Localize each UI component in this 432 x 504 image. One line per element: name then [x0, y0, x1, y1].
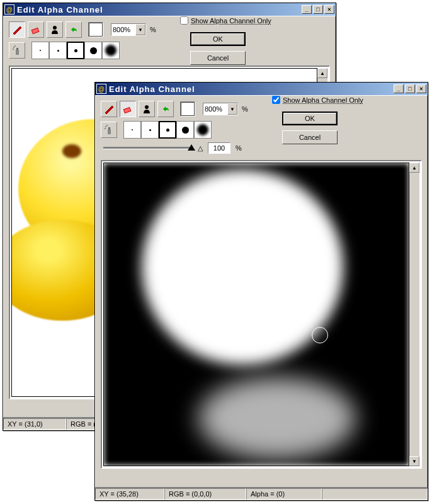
svg-rect-7	[123, 107, 130, 113]
eraser-tool[interactable]	[120, 101, 136, 117]
person-icon	[49, 24, 60, 35]
status-alpha: Alpha = (0)	[246, 488, 322, 500]
brush-size-3[interactable]	[67, 42, 84, 59]
svg-point-6	[13, 49, 13, 49]
brush-size-2[interactable]	[49, 42, 67, 59]
color-swatch-white[interactable]	[180, 101, 195, 117]
close-button[interactable]: ×	[324, 5, 334, 14]
zoom-input[interactable]	[203, 105, 227, 113]
svg-point-12	[106, 125, 107, 125]
brush-size-4[interactable]	[84, 42, 102, 59]
dialog-edit-alpha-front: @ Edit Alpha Channel _ □ ×	[94, 82, 428, 501]
show-alpha-checkbox[interactable]	[180, 16, 188, 25]
brush-cursor-icon	[312, 327, 328, 343]
undo-icon	[68, 24, 79, 35]
dropdown-button[interactable]: ▼	[227, 103, 237, 115]
brush-size-5[interactable]	[194, 121, 212, 139]
brush-size-row	[101, 121, 248, 139]
svg-rect-3	[16, 48, 18, 50]
fill-tool[interactable]	[47, 21, 63, 38]
spray-icon	[11, 45, 23, 56]
vertical-scrollbar[interactable]: ▲ ▼	[409, 163, 419, 466]
minimize-button[interactable]: _	[394, 84, 404, 93]
brush-tool[interactable]	[101, 101, 117, 117]
eraser-icon	[122, 103, 134, 115]
maximize-button[interactable]: □	[313, 5, 323, 14]
spray-tool[interactable]	[101, 122, 117, 138]
app-icon: @	[96, 84, 106, 94]
ok-button[interactable]: OK	[282, 112, 338, 125]
eraser-tool[interactable]	[28, 21, 44, 38]
tool-row: ▼ %	[101, 101, 248, 117]
brush-size-3[interactable]	[159, 121, 176, 139]
spray-tool[interactable]	[9, 42, 25, 59]
svg-point-8	[145, 105, 149, 109]
show-alpha-checkbox-row: Show Alpha Channel Only	[180, 16, 271, 25]
status-xy: XY = (31,0)	[3, 418, 66, 430]
color-swatch-white[interactable]	[88, 22, 103, 37]
undo-tool[interactable]	[157, 101, 174, 117]
show-alpha-checkbox[interactable]	[272, 96, 280, 104]
window-title: Edit Alpha Channel	[17, 5, 302, 14]
svg-point-4	[13, 47, 14, 47]
scroll-up-button[interactable]: ▲	[317, 68, 327, 78]
svg-point-11	[105, 126, 106, 127]
svg-point-1	[53, 26, 57, 30]
status-extra	[322, 488, 428, 500]
canvas-viewport[interactable]: ▲ ▼	[101, 160, 422, 469]
brush-icon	[103, 103, 115, 115]
titlebar[interactable]: @ Edit Alpha Channel _ □ ×	[3, 3, 336, 16]
tool-row: ▼ %	[9, 21, 156, 38]
eraser-icon	[30, 24, 42, 35]
opacity-unit: %	[236, 144, 242, 152]
dropdown-button[interactable]: ▼	[135, 24, 145, 35]
triangle-icon: △	[198, 144, 203, 152]
opacity-slider[interactable]	[103, 147, 191, 149]
svg-rect-0	[31, 28, 38, 33]
svg-rect-10	[108, 127, 110, 129]
app-icon: @	[4, 4, 14, 14]
zoom-dropdown[interactable]: ▼	[111, 23, 146, 36]
zoom-unit: %	[242, 105, 248, 113]
opacity-row: △ %	[101, 142, 248, 154]
zoom-input[interactable]	[111, 25, 135, 34]
brush-icon	[11, 24, 23, 35]
brush-size-4[interactable]	[176, 121, 194, 139]
show-alpha-checkbox-row: Show Alpha Channel Only	[272, 96, 363, 104]
zoom-unit: %	[150, 26, 156, 33]
show-alpha-label[interactable]: Show Alpha Channel Only	[283, 96, 363, 104]
svg-rect-2	[16, 50, 19, 55]
brush-size-2[interactable]	[141, 121, 159, 139]
slider-thumb-icon[interactable]	[188, 144, 195, 151]
svg-point-5	[14, 45, 15, 46]
ok-button[interactable]: OK	[190, 32, 246, 46]
opacity-value[interactable]	[208, 142, 230, 154]
scroll-down-button[interactable]: ▼	[409, 456, 419, 466]
svg-point-13	[105, 128, 105, 129]
statusbar: XY = (35,28) RGB = (0,0,0) Alpha = (0)	[95, 488, 428, 500]
status-rgb: RGB = (0,0,0)	[164, 488, 246, 500]
brush-size-1[interactable]	[31, 42, 49, 59]
person-icon	[141, 103, 152, 115]
brush-size-row	[9, 42, 156, 59]
brush-size-1[interactable]	[123, 121, 141, 139]
scroll-up-button[interactable]: ▲	[409, 163, 419, 173]
show-alpha-label[interactable]: Show Alpha Channel Only	[191, 17, 271, 25]
fill-tool[interactable]	[139, 101, 155, 117]
brush-size-5[interactable]	[102, 42, 120, 59]
cancel-button[interactable]: Cancel	[190, 51, 246, 65]
window-title: Edit Alpha Channel	[109, 84, 394, 94]
maximize-button[interactable]: □	[405, 84, 415, 93]
cancel-button[interactable]: Cancel	[282, 130, 338, 144]
titlebar[interactable]: @ Edit Alpha Channel _ □ ×	[95, 83, 428, 95]
minimize-button[interactable]: _	[302, 5, 312, 14]
undo-tool[interactable]	[65, 21, 82, 38]
undo-icon	[160, 103, 171, 115]
spray-icon	[103, 124, 115, 135]
brush-tool[interactable]	[9, 21, 25, 38]
close-button[interactable]: ×	[416, 84, 426, 93]
zoom-dropdown[interactable]: ▼	[203, 103, 238, 115]
svg-rect-9	[108, 129, 111, 134]
status-xy: XY = (35,28)	[95, 488, 164, 500]
